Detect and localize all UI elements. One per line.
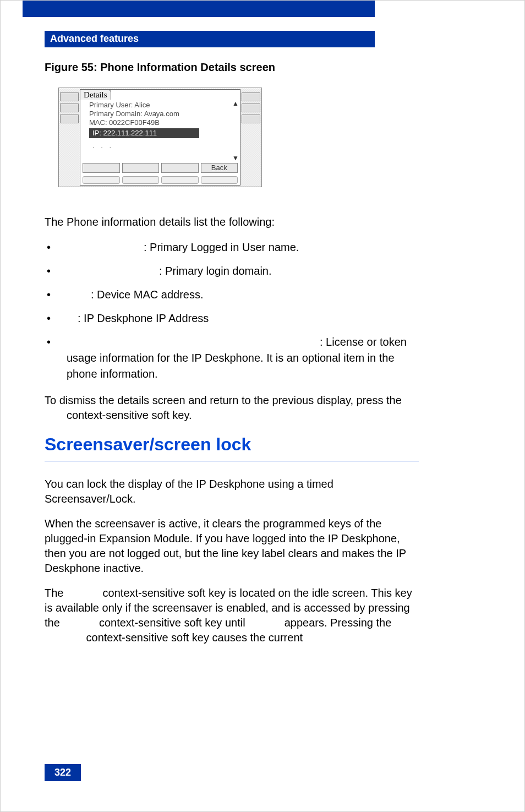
phone-display: Details ▲ Primary User: Alice Primary Do… (80, 89, 240, 186)
list-item-ip: : IP Deskphone IP Address (45, 310, 419, 326)
line-key (242, 103, 260, 112)
screensaver-para-2: When the screensaver is active, it clear… (45, 516, 419, 576)
phone-right-keys (242, 89, 260, 186)
section-heading-screensaver: Screensaver/screen lock (45, 433, 419, 456)
screensaver-para-1: You can lock the display of the IP Deskp… (45, 477, 419, 506)
p3-d: appears. Pressing the (281, 617, 391, 629)
intro-paragraph: The Phone information details list the f… (45, 215, 419, 230)
detail-line-mac: MAC: 0022CF00F49B (89, 118, 237, 127)
softkey-2 (122, 163, 160, 173)
hardkey (161, 176, 199, 184)
top-accent-bar (23, 1, 375, 17)
scroll-down-icon: ▼ (232, 154, 239, 162)
p3-c: context-sensitive soft key until (96, 617, 248, 629)
section-header-bar: Advanced features (45, 31, 375, 47)
figure-caption: Figure 55: Phone Information Details scr… (45, 61, 419, 74)
list-item-primary-domain: : Primary login domain. (45, 263, 419, 279)
hardkey-row (83, 176, 238, 184)
page-number: 322 (45, 764, 81, 781)
dismiss-text-1: To dismiss the details screen and return… (45, 394, 402, 406)
line-key (60, 115, 79, 123)
details-tab: Details (80, 89, 111, 100)
page-content: Figure 55: Phone Information Details scr… (45, 61, 419, 655)
softkey-row: Back (83, 163, 238, 173)
details-list: : Primary Logged in User name. : Primary… (45, 239, 419, 382)
detail-line-primary-user: Primary User: Alice (89, 101, 237, 110)
line-key (60, 92, 79, 101)
section-rule (45, 461, 419, 461)
item-lead: : License or token (320, 336, 407, 348)
dismiss-indent (45, 409, 67, 421)
p3-a: The (45, 587, 67, 599)
line-key (242, 115, 260, 123)
p3-e: context-sensitive soft key causes the cu… (83, 631, 303, 644)
phone-details-screenshot: Details ▲ Primary User: Alice Primary Do… (58, 88, 262, 187)
hardkey (83, 176, 120, 184)
item-continuation: usage information for the IP Deskphone. … (67, 350, 419, 382)
list-item-mac: : Device MAC address. (45, 287, 419, 303)
line-key (60, 103, 79, 112)
scroll-up-icon: ▲ (232, 100, 239, 107)
dismiss-paragraph: To dismiss the details screen and return… (45, 393, 419, 423)
item-desc: : Device MAC address. (91, 288, 204, 301)
hardkey (122, 176, 160, 184)
body-text: The Phone information details list the f… (45, 215, 419, 645)
item-desc: : IP Deskphone IP Address (78, 312, 209, 324)
line-key (242, 92, 260, 101)
item-desc: : Primary login domain. (159, 265, 272, 277)
hardkey (201, 176, 238, 184)
softkey-1 (83, 163, 120, 173)
list-item-primary-user: : Primary Logged in User name. (45, 239, 419, 255)
section-title: Advanced features (50, 33, 139, 44)
softkey-3 (161, 163, 199, 173)
document-page: Advanced features Figure 55: Phone Infor… (0, 0, 525, 812)
detail-line-primary-domain: Primary Domain: Avaya.com (89, 110, 237, 118)
dismiss-text-2: context-sensitive soft key. (67, 409, 192, 421)
detail-line-ip-selected: IP: 222.111.222.111 (89, 128, 199, 138)
ellipsis-row: . . . (89, 141, 237, 150)
item-desc: : Primary Logged in User name. (144, 241, 299, 253)
softkey-back: Back (201, 163, 238, 173)
list-item-license: : License or token usage information for… (45, 334, 419, 382)
screensaver-para-3: The context-sensitive soft key is locate… (45, 586, 419, 645)
phone-left-keys (60, 89, 79, 186)
